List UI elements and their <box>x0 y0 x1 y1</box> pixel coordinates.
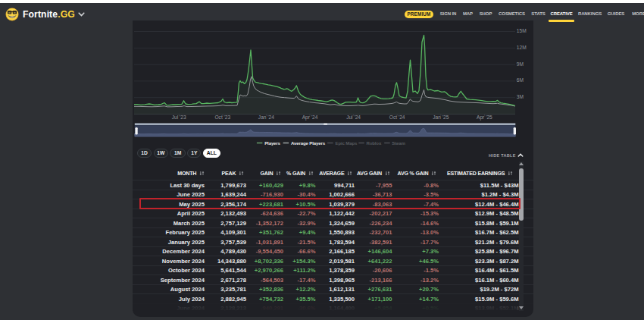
svg-text:3M: 3M <box>517 94 524 99</box>
svg-text:Players: Players <box>264 140 280 145</box>
svg-text:Epic Maps: Epic Maps <box>336 140 358 145</box>
svg-text:Average Players: Average Players <box>291 140 326 145</box>
svg-text:6M: 6M <box>517 77 524 83</box>
svg-text:Steam: Steam <box>392 140 405 145</box>
svg-text:9M: 9M <box>517 61 524 66</box>
svg-text:15M: 15M <box>517 27 527 33</box>
svg-text:Roblox: Roblox <box>366 140 382 145</box>
svg-text:12M: 12M <box>517 44 527 49</box>
